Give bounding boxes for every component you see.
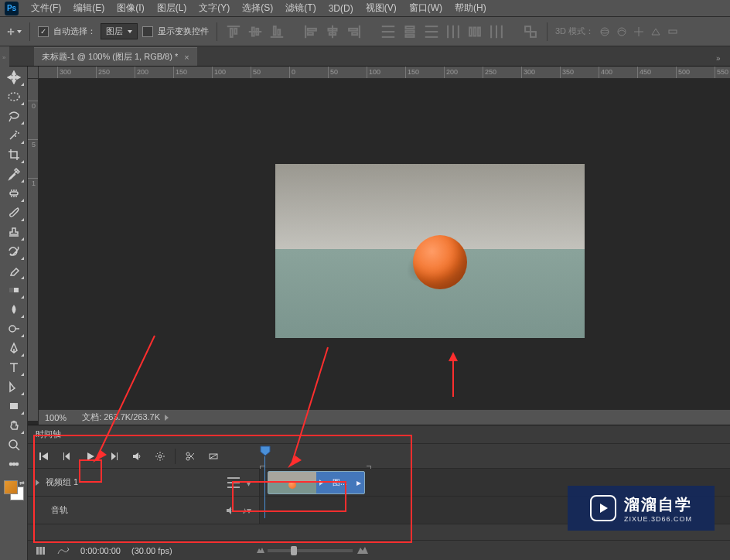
ruler-origin[interactable] xyxy=(28,67,39,79)
distribute-hcenter-icon[interactable] xyxy=(466,23,483,40)
auto-align-icon[interactable] xyxy=(522,23,539,40)
distribute-top-icon[interactable] xyxy=(380,23,397,40)
track-menu-icon[interactable]: ▾ xyxy=(246,476,251,489)
move-tool[interactable] xyxy=(3,68,25,87)
menu-window[interactable]: 窗口(W) xyxy=(403,0,449,16)
ruler-tick: 350 xyxy=(560,67,574,79)
marquee-tool[interactable] xyxy=(3,87,25,106)
timeline-header: 时间轴 xyxy=(28,425,730,444)
menu-filter[interactable]: 滤镜(T) xyxy=(279,0,322,16)
document-info[interactable]: 文档: 263.7K/263.7K xyxy=(82,411,160,423)
foreground-color-swatch[interactable] xyxy=(4,480,18,494)
pen-tool[interactable] xyxy=(3,339,25,357)
eraser-tool[interactable] xyxy=(3,261,25,280)
3d-roll-icon[interactable] xyxy=(616,26,628,38)
swap-colors-icon[interactable]: ⇄ xyxy=(19,480,25,487)
blur-tool[interactable] xyxy=(3,300,25,319)
slider-handle[interactable] xyxy=(291,546,297,555)
3d-slide-icon[interactable] xyxy=(650,26,662,38)
shape-tool[interactable] xyxy=(3,397,25,415)
menu-3d[interactable]: 3D(D) xyxy=(322,2,360,15)
go-to-next-frame-button[interactable] xyxy=(105,448,122,465)
hand-tool[interactable] xyxy=(3,416,25,435)
eyedropper-tool[interactable] xyxy=(3,165,25,183)
3d-pan-icon[interactable] xyxy=(633,26,645,38)
align-hcenter-icon[interactable] xyxy=(324,23,341,40)
split-clip-button[interactable] xyxy=(182,448,199,465)
align-right-icon[interactable] xyxy=(346,23,363,40)
tab-handle-icon[interactable]: » xyxy=(0,46,9,67)
svg-rect-41 xyxy=(669,30,677,33)
path-tool[interactable] xyxy=(3,377,25,396)
zoom-in-icon[interactable] xyxy=(357,546,368,554)
transition-button[interactable] xyxy=(205,448,222,465)
healing-tool[interactable] xyxy=(3,184,25,203)
history-brush-tool[interactable] xyxy=(3,242,25,261)
dodge-tool[interactable] xyxy=(3,319,25,338)
auto-select-checkbox[interactable] xyxy=(38,26,49,37)
go-to-prev-frame-button[interactable] xyxy=(59,448,76,465)
magic-wand-tool[interactable] xyxy=(3,126,25,145)
clip-menu-icon[interactable]: ▸ xyxy=(356,477,361,488)
film-icon[interactable] xyxy=(227,477,240,488)
zoom-level[interactable]: 100% xyxy=(45,413,67,422)
crop-tool[interactable] xyxy=(3,145,25,164)
audio-note-icon[interactable]: ♪▾ xyxy=(242,505,251,516)
gradient-tool[interactable] xyxy=(3,281,25,299)
move-tool-icon[interactable] xyxy=(6,24,22,39)
document-canvas[interactable] xyxy=(275,164,585,338)
ruler-tick: 100 xyxy=(212,67,226,79)
timeline-settings-button[interactable] xyxy=(152,448,169,465)
render-icon[interactable] xyxy=(57,546,70,555)
playhead-icon[interactable] xyxy=(260,446,271,456)
distribute-left-icon[interactable] xyxy=(445,23,462,40)
zoom-out-icon[interactable] xyxy=(257,547,264,553)
layer-group-select[interactable]: 图层 xyxy=(101,23,138,39)
lasso-tool[interactable] xyxy=(3,107,25,125)
vertical-ruler[interactable]: 0 5 1 xyxy=(28,79,39,421)
3d-orbit-icon[interactable] xyxy=(599,26,611,38)
menu-type[interactable]: 文字(Y) xyxy=(193,0,236,16)
stamp-tool[interactable] xyxy=(3,223,25,241)
menu-image[interactable]: 图像(I) xyxy=(111,0,150,16)
play-button[interactable] xyxy=(82,448,99,465)
distribute-bottom-icon[interactable] xyxy=(423,23,440,40)
horizontal-ruler[interactable]: 300 250 200 150 100 50 0 50 100 150 200 … xyxy=(39,67,730,79)
document-tab[interactable]: 未标题-1 @ 100% (图层 1, RGB/8) * × xyxy=(34,47,197,66)
align-left-icon[interactable] xyxy=(302,23,319,40)
color-swatches[interactable]: ⇄ xyxy=(4,480,24,500)
timecode[interactable]: 0:00:00:00 xyxy=(80,546,121,555)
speaker-icon[interactable] xyxy=(225,505,236,516)
video-clip[interactable]: 图… ▸ xyxy=(268,471,365,494)
show-transform-checkbox[interactable] xyxy=(142,26,153,37)
menu-file[interactable]: 文件(F) xyxy=(25,0,67,16)
go-to-first-frame-button[interactable] xyxy=(36,448,53,465)
clip-expand-icon[interactable] xyxy=(319,480,323,486)
svg-point-39 xyxy=(601,30,609,33)
distribute-right-icon[interactable] xyxy=(488,23,505,40)
align-vcenter-icon[interactable] xyxy=(247,23,264,40)
distribute-vcenter-icon[interactable] xyxy=(401,23,418,40)
expand-track-icon[interactable] xyxy=(36,480,39,486)
menu-help[interactable]: 帮助(H) xyxy=(449,0,493,16)
mute-button[interactable] xyxy=(128,448,145,465)
brush-tool[interactable] xyxy=(3,203,25,222)
3d-scale-icon[interactable] xyxy=(667,26,679,38)
timeline-zoom-slider[interactable] xyxy=(268,549,353,552)
tab-overflow-icon[interactable]: » xyxy=(716,54,727,65)
edit-toolbar-icon[interactable] xyxy=(3,455,25,473)
menu-select[interactable]: 选择(S) xyxy=(236,0,279,16)
align-top-icon[interactable] xyxy=(225,23,242,40)
status-menu-icon[interactable] xyxy=(165,415,169,421)
document-tab-label: 未标题-1 @ 100% (图层 1, RGB/8) * xyxy=(42,51,178,63)
align-bottom-icon[interactable] xyxy=(268,23,285,40)
type-tool[interactable] xyxy=(3,358,25,377)
frames-mode-icon[interactable] xyxy=(36,546,46,555)
menu-view[interactable]: 视图(V) xyxy=(360,0,403,16)
zoom-tool[interactable] xyxy=(3,435,25,454)
menu-layer[interactable]: 图层(L) xyxy=(151,0,193,16)
menu-edit[interactable]: 编辑(E) xyxy=(67,0,111,16)
close-tab-icon[interactable]: × xyxy=(184,53,189,62)
auto-select-label: 自动选择： xyxy=(53,26,96,37)
playhead-line xyxy=(264,456,265,518)
